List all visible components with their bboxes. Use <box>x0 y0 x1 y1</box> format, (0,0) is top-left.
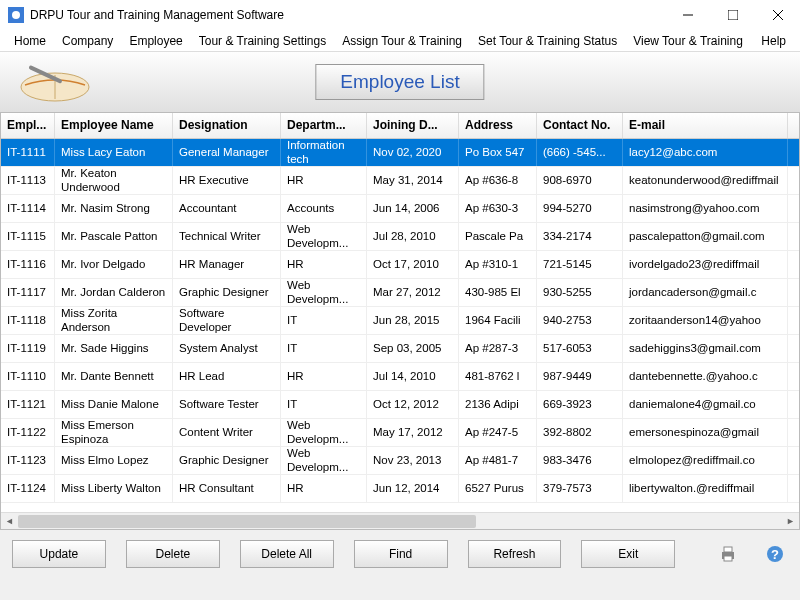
table-row[interactable]: IT-1119Mr. Sade HigginsSystem AnalystITS… <box>1 335 799 363</box>
close-button[interactable] <box>755 0 800 30</box>
cell-id: IT-1114 <box>1 195 55 222</box>
cell-id: IT-1115 <box>1 223 55 250</box>
cell-id: IT-1118 <box>1 307 55 334</box>
horizontal-scrollbar[interactable]: ◄ ► <box>1 512 799 529</box>
cell-dept: Web Developm... <box>281 447 367 474</box>
scroll-left-arrow[interactable]: ◄ <box>1 513 18 530</box>
cell-contact: 721-5145 <box>537 251 623 278</box>
cell-dept: Web Developm... <box>281 419 367 446</box>
cell-id: IT-1111 <box>1 139 55 166</box>
find-button[interactable]: Find <box>354 540 448 568</box>
col-header-joining-date[interactable]: Joining D... <box>367 113 459 138</box>
cell-join: Jun 14, 2006 <box>367 195 459 222</box>
table-row[interactable]: IT-1118Miss Zorita AndersonSoftware Deve… <box>1 307 799 335</box>
table-row[interactable]: IT-1111Miss Lacy EatonGeneral ManagerInf… <box>1 139 799 167</box>
delete-all-button[interactable]: Delete All <box>240 540 334 568</box>
cell-email: zoritaanderson14@yahoo <box>623 307 788 334</box>
table-row[interactable]: IT-1123Miss Elmo LopezGraphic DesignerWe… <box>1 447 799 475</box>
cell-name: Miss Lacy Eaton <box>55 139 173 166</box>
menu-help[interactable]: Help <box>753 32 794 50</box>
col-header-email[interactable]: E-mail <box>623 113 788 138</box>
cell-addr: Pascale Pa <box>459 223 537 250</box>
cell-dept: Accounts <box>281 195 367 222</box>
col-header-designation[interactable]: Designation <box>173 113 281 138</box>
table-row[interactable]: IT-1114Mr. Nasim StrongAccountantAccount… <box>1 195 799 223</box>
scroll-thumb[interactable] <box>18 515 476 528</box>
cell-dept: HR <box>281 251 367 278</box>
app-icon <box>8 7 24 23</box>
window-title: DRPU Tour and Training Management Softwa… <box>30 8 665 22</box>
cell-contact: 379-7573 <box>537 475 623 502</box>
update-button[interactable]: Update <box>12 540 106 568</box>
col-header-contact[interactable]: Contact No. <box>537 113 623 138</box>
scroll-right-arrow[interactable]: ► <box>782 513 799 530</box>
grid-header: Empl... Employee Name Designation Depart… <box>1 113 799 139</box>
col-header-name[interactable]: Employee Name <box>55 113 173 138</box>
menubar: Home Company Employee Tour & Training Se… <box>0 30 800 52</box>
cell-email: libertywalton.@rediffmail <box>623 475 788 502</box>
col-header-department[interactable]: Departm... <box>281 113 367 138</box>
cell-contact: 987-9449 <box>537 363 623 390</box>
cell-join: Sep 03, 2005 <box>367 335 459 362</box>
cell-name: Mr. Pascale Patton <box>55 223 173 250</box>
menu-employee[interactable]: Employee <box>121 32 190 50</box>
menu-company[interactable]: Company <box>54 32 121 50</box>
cell-desig: Software Tester <box>173 391 281 418</box>
table-row[interactable]: IT-1116Mr. Ivor DelgadoHR ManagerHROct 1… <box>1 251 799 279</box>
menu-home[interactable]: Home <box>6 32 54 50</box>
table-row[interactable]: IT-1115Mr. Pascale PattonTechnical Write… <box>1 223 799 251</box>
cell-addr: 2136 Adipi <box>459 391 537 418</box>
scroll-track[interactable] <box>18 513 782 529</box>
menu-set-status[interactable]: Set Tour & Training Status <box>470 32 625 50</box>
cell-join: Jun 28, 2015 <box>367 307 459 334</box>
cell-desig: Technical Writer <box>173 223 281 250</box>
delete-button[interactable]: Delete <box>126 540 220 568</box>
svg-rect-11 <box>724 556 732 561</box>
cell-email: pascalepatton@gmail.com <box>623 223 788 250</box>
col-header-address[interactable]: Address <box>459 113 537 138</box>
table-row[interactable]: IT-1122Miss Emerson EspinozaContent Writ… <box>1 419 799 447</box>
table-row[interactable]: IT-1113Mr. Keaton UnderwoodHR ExecutiveH… <box>1 167 799 195</box>
menu-view-tour[interactable]: View Tour & Training <box>625 32 751 50</box>
help-button[interactable]: ? <box>762 540 788 568</box>
cell-addr: 430-985 El <box>459 279 537 306</box>
maximize-button[interactable] <box>710 0 755 30</box>
cell-dept: HR <box>281 475 367 502</box>
cell-email: emersonespinoza@gmail <box>623 419 788 446</box>
cell-addr: Ap #630-3 <box>459 195 537 222</box>
cell-dept: IT <box>281 307 367 334</box>
col-header-id[interactable]: Empl... <box>1 113 55 138</box>
exit-button[interactable]: Exit <box>581 540 675 568</box>
cell-contact: 392-8802 <box>537 419 623 446</box>
minimize-button[interactable] <box>665 0 710 30</box>
table-row[interactable]: IT-1121Miss Danie MaloneSoftware TesterI… <box>1 391 799 419</box>
cell-join: Mar 27, 2012 <box>367 279 459 306</box>
menu-tour-settings[interactable]: Tour & Training Settings <box>191 32 334 50</box>
print-button[interactable] <box>715 540 741 568</box>
cell-dept: HR <box>281 363 367 390</box>
cell-email: jordancaderson@gmail.c <box>623 279 788 306</box>
cell-join: Nov 23, 2013 <box>367 447 459 474</box>
cell-name: Mr. Sade Higgins <box>55 335 173 362</box>
refresh-button[interactable]: Refresh <box>468 540 562 568</box>
cell-name: Miss Zorita Anderson <box>55 307 173 334</box>
cell-join: Oct 12, 2012 <box>367 391 459 418</box>
cell-email: ivordelgado23@rediffmail <box>623 251 788 278</box>
cell-name: Mr. Nasim Strong <box>55 195 173 222</box>
banner: Employee List <box>0 52 800 112</box>
cell-desig: HR Consultant <box>173 475 281 502</box>
table-row[interactable]: IT-1110Mr. Dante BennettHR LeadHRJul 14,… <box>1 363 799 391</box>
cell-addr: 481-8762 l <box>459 363 537 390</box>
table-row[interactable]: IT-1124Miss Liberty WaltonHR ConsultantH… <box>1 475 799 503</box>
cell-name: Mr. Keaton Underwood <box>55 167 173 194</box>
cell-id: IT-1123 <box>1 447 55 474</box>
cell-join: Jun 12, 2014 <box>367 475 459 502</box>
cell-desig: HR Manager <box>173 251 281 278</box>
table-row[interactable]: IT-1117Mr. Jordan CalderonGraphic Design… <box>1 279 799 307</box>
menu-assign-tour[interactable]: Assign Tour & Training <box>334 32 470 50</box>
cell-dept: IT <box>281 391 367 418</box>
cell-name: Mr. Jordan Calderon <box>55 279 173 306</box>
cell-id: IT-1124 <box>1 475 55 502</box>
cell-contact: 908-6970 <box>537 167 623 194</box>
cell-name: Miss Danie Malone <box>55 391 173 418</box>
